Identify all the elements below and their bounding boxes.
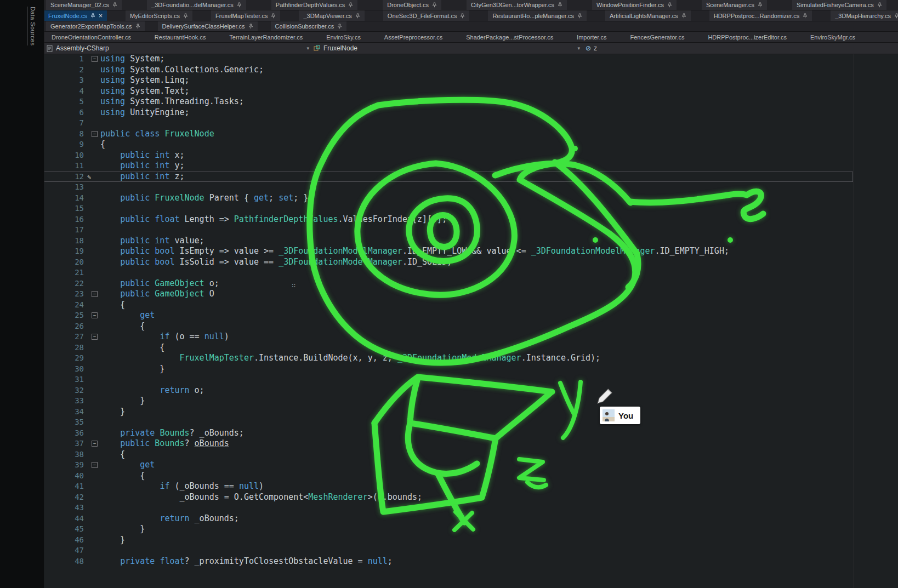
- code-line[interactable]: 46 }: [44, 535, 853, 546]
- file-tab[interactable]: DroneObject.cs: [383, 0, 441, 10]
- pin-icon[interactable]: [135, 24, 140, 29]
- code-line[interactable]: 12✎ public int z;: [44, 172, 853, 182]
- file-tab[interactable]: _3DFoundatio...delManager.cs: [147, 0, 246, 10]
- code-line[interactable]: 7: [44, 118, 853, 129]
- code-line[interactable]: 4using System.Text;: [44, 86, 853, 97]
- code-line[interactable]: 36 private Bounds? _oBounds;: [44, 428, 853, 439]
- code-line[interactable]: 38 {: [44, 449, 853, 460]
- code-line[interactable]: 27− if (o == null): [44, 332, 853, 342]
- code-editor[interactable]: 1−using System;2using System.Collections…: [44, 54, 898, 588]
- file-tab[interactable]: PathfinderDepthValues.cs: [271, 0, 357, 10]
- pin-icon[interactable]: [577, 13, 582, 19]
- file-tab[interactable]: CityGen3DGen...torWrapper.cs: [467, 0, 567, 10]
- code-line[interactable]: 31: [44, 374, 853, 385]
- file-tab[interactable]: Generator2ExportMapTools.cs: [46, 21, 145, 31]
- code-line[interactable]: 39− get: [44, 460, 853, 471]
- file-tab[interactable]: WindowPositionFinder.cs: [592, 0, 677, 10]
- code-line[interactable]: 40 {: [44, 471, 853, 482]
- file-tab[interactable]: _3DMapViewer.cs: [299, 10, 364, 21]
- code-line[interactable]: 22 public GameObject o;: [44, 278, 853, 289]
- project-dropdown[interactable]: Assembly-CSharp ▾: [44, 44, 314, 52]
- file-tab[interactable]: ShaderPackage...stProcessor.cs: [462, 32, 558, 42]
- code-line[interactable]: 10 public int x;: [44, 150, 853, 161]
- code-line[interactable]: 34 }: [44, 407, 853, 418]
- code-line[interactable]: 45 }: [44, 524, 853, 535]
- file-tab[interactable]: SceneManager.cs: [702, 0, 767, 10]
- code-line[interactable]: 9{: [44, 139, 853, 150]
- file-tab[interactable]: RestaurantHo...pleManager.cs: [488, 10, 587, 21]
- code-line[interactable]: 44 return _oBounds;: [44, 513, 853, 524]
- pin-icon[interactable]: [894, 13, 898, 19]
- code-line[interactable]: 1−using System;: [44, 54, 853, 65]
- pin-icon[interactable]: [237, 2, 242, 8]
- code-line[interactable]: 25− get: [44, 310, 853, 321]
- code-line[interactable]: 42 _oBounds = O.GetComponent<MeshRendere…: [44, 492, 853, 503]
- pin-icon[interactable]: [355, 13, 360, 19]
- code-line[interactable]: 35: [44, 417, 853, 428]
- pin-icon[interactable]: [348, 2, 353, 8]
- code-line[interactable]: 26 {: [44, 321, 853, 332]
- fold-collapse-icon[interactable]: −: [92, 441, 98, 447]
- file-tab[interactable]: OneSec3D_FileFormat.cs: [383, 10, 470, 21]
- code-line[interactable]: 48 private float? _proximityToClosestObs…: [44, 556, 853, 567]
- code-line[interactable]: 5using System.Threading.Tasks;: [44, 96, 853, 107]
- code-line[interactable]: 11 public int y;: [44, 161, 853, 172]
- code-line[interactable]: 29 FruxelMapTester.Instance.BuildNode(x,…: [44, 353, 853, 364]
- pin-icon[interactable]: [90, 13, 95, 19]
- pin-icon[interactable]: [558, 2, 562, 8]
- type-dropdown[interactable]: FruxelNode ▾: [314, 44, 580, 52]
- code-line[interactable]: 43: [44, 503, 853, 513]
- file-tab[interactable]: CollisionSubscriber.cs: [271, 21, 347, 31]
- fold-collapse-icon[interactable]: −: [92, 56, 98, 62]
- pin-icon[interactable]: [758, 2, 763, 8]
- file-tab[interactable]: HDRPPostproc...izerEditor.cs: [703, 32, 791, 42]
- fold-collapse-icon[interactable]: −: [92, 462, 98, 468]
- pin-icon[interactable]: [803, 13, 808, 19]
- fold-collapse-icon[interactable]: −: [92, 131, 98, 137]
- code-line[interactable]: 47: [44, 545, 853, 556]
- pin-icon[interactable]: [271, 13, 276, 19]
- pin-icon[interactable]: [248, 24, 253, 29]
- code-line[interactable]: 18 public int value;: [44, 236, 853, 247]
- fold-collapse-icon[interactable]: −: [92, 291, 98, 297]
- file-tab-active[interactable]: FruxelNode.cs×: [44, 10, 107, 21]
- code-line[interactable]: 28 {: [44, 342, 853, 353]
- pin-icon[interactable]: [432, 2, 437, 8]
- pin-icon[interactable]: [183, 13, 188, 19]
- close-icon[interactable]: ×: [99, 13, 103, 19]
- pin-icon[interactable]: [877, 2, 882, 8]
- code-line[interactable]: 16 public float Length => PathfinderDept…: [44, 214, 853, 225]
- code-line[interactable]: 8−public class FruxelNode: [44, 129, 853, 140]
- pin-icon[interactable]: [460, 13, 465, 19]
- file-tab[interactable]: AssetPreprocessor.cs: [380, 32, 447, 42]
- code-line[interactable]: 41 if (_oBounds == null): [44, 481, 853, 492]
- code-line[interactable]: 6using UnityEngine;: [44, 107, 853, 118]
- file-tab[interactable]: EnviroSkyMgr.cs: [806, 32, 860, 42]
- data-sources-tab[interactable]: Data Sources: [27, 7, 36, 45]
- code-line[interactable]: 23− public GameObject O: [44, 289, 853, 300]
- code-line[interactable]: 30 }: [44, 364, 853, 375]
- code-line[interactable]: 13: [44, 182, 853, 193]
- file-tab[interactable]: ArtificialLightsManager.cs: [605, 10, 691, 21]
- code-line[interactable]: 32 return o;: [44, 385, 853, 396]
- file-tab[interactable]: _3DMapHierarchy.cs: [831, 10, 898, 21]
- code-line[interactable]: 37− public Bounds? oBounds: [44, 438, 853, 449]
- code-line[interactable]: 3using System.Linq;: [44, 75, 853, 86]
- pin-icon[interactable]: [337, 24, 342, 29]
- file-tab[interactable]: RestaurantHook.cs: [150, 32, 211, 42]
- code-line[interactable]: 14 public FruxelNode Parent { get; set; …: [44, 193, 853, 204]
- code-line[interactable]: 21: [44, 267, 853, 278]
- code-line[interactable]: 15: [44, 203, 853, 214]
- code-line[interactable]: 20 public bool IsSolid => value == _3DFo…: [44, 257, 853, 268]
- file-tab[interactable]: SceneManager_02.cs: [46, 0, 122, 10]
- code-line[interactable]: 33 }: [44, 396, 853, 407]
- code-line[interactable]: 19 public bool IsEmpty => value >= _3DFo…: [44, 246, 853, 257]
- file-tab[interactable]: MyEditorScripts.cs: [126, 10, 192, 21]
- chevron-down-icon[interactable]: ▾: [306, 45, 309, 51]
- code-line[interactable]: 17: [44, 225, 853, 236]
- member-dropdown[interactable]: ⊘ z: [580, 44, 597, 52]
- code-line[interactable]: 24 {: [44, 300, 853, 311]
- file-tab[interactable]: Importer.cs: [572, 32, 611, 42]
- file-tab[interactable]: FruxelMapTester.cs: [211, 10, 280, 21]
- file-tab[interactable]: DroneOrientationController.cs: [47, 32, 135, 42]
